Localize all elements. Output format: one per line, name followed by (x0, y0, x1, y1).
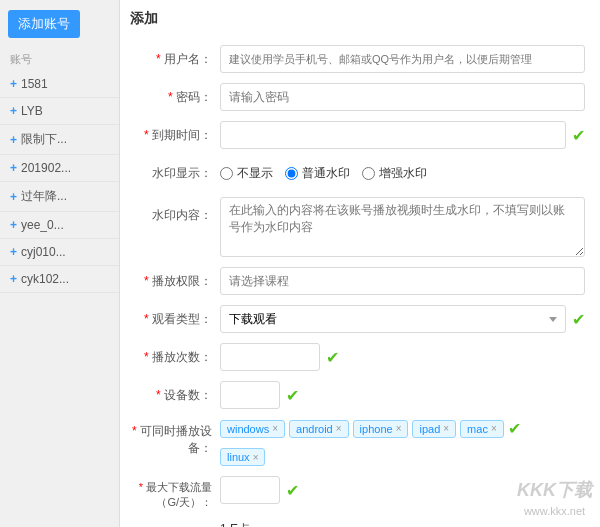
sidebar-item-yee0[interactable]: + yee_0... (0, 212, 119, 239)
tag-mac-label: mac (467, 423, 488, 435)
concurrent-tags-container: windows × android × iphone × ipad × (220, 419, 585, 438)
password-input[interactable] (220, 83, 585, 111)
sidebar-item-label: cyk102... (21, 272, 69, 286)
play-count-input[interactable]: 20000 (220, 343, 320, 371)
tag-iphone-label: iphone (360, 423, 393, 435)
plus-icon: + (10, 218, 17, 232)
device-count-check-icon: ✔ (286, 386, 299, 405)
sidebar-item-label: 限制下... (21, 131, 67, 148)
device-count-input[interactable]: 1 (220, 381, 280, 409)
password-label: * 密码： (130, 83, 220, 111)
expire-label: * 到期时间： (130, 121, 220, 149)
plus-icon: + (10, 77, 17, 91)
deduct-label: 零扣除E点： (130, 521, 220, 527)
watermark-radio-enhanced[interactable] (362, 167, 375, 180)
watermark-radio-group: 不显示 普通水印 增强水印 (220, 159, 427, 187)
plus-icon: + (10, 245, 17, 259)
concurrent-check-icon: ✔ (508, 419, 521, 438)
max-download-check-icon: ✔ (286, 481, 299, 500)
deduct-row: 零扣除E点： 1 E点 (130, 521, 585, 527)
watermark-radio-none[interactable] (220, 167, 233, 180)
required-mark: * (144, 312, 149, 326)
sidebar-header: 账号 (0, 48, 119, 71)
tag-mac: mac × (460, 420, 504, 438)
tag-linux-close[interactable]: × (253, 452, 259, 463)
tag-android: android × (289, 420, 349, 438)
tag-iphone: iphone × (353, 420, 409, 438)
plus-icon: + (10, 133, 17, 147)
watch-type-select[interactable]: 下载观看 在线观看 (220, 305, 566, 333)
required-mark: * (156, 52, 161, 66)
expire-check-icon: ✔ (572, 126, 585, 145)
play-count-wrapper: 20000 ✔ (220, 343, 585, 371)
watermark-normal-label: 普通水印 (302, 159, 350, 187)
tag-mac-close[interactable]: × (491, 423, 497, 434)
sidebar: 添加账号 账号 + 1581 + LYB + 限制下... + 201902..… (0, 0, 120, 527)
tag-iphone-close[interactable]: × (396, 423, 402, 434)
tag-windows: windows × (220, 420, 285, 438)
watermark-content-label: 水印内容： (130, 197, 220, 229)
required-mark: * (144, 350, 149, 364)
watch-type-check-icon: ✔ (572, 310, 585, 329)
add-account-button[interactable]: 添加账号 (8, 10, 80, 38)
kkx-logo: KKK下载 (517, 478, 592, 503)
required-mark: * (168, 90, 173, 104)
kkx-watermark: KKK下载 www.kkx.net (517, 478, 592, 519)
sidebar-item-label: LYB (21, 104, 43, 118)
watermark-content-row: 水印内容： (130, 197, 585, 257)
sidebar-item-newyear[interactable]: + 过年降... (0, 182, 119, 212)
plus-icon: + (10, 190, 17, 204)
sidebar-item-201902[interactable]: + 201902... (0, 155, 119, 182)
expire-input[interactable]: 2022-03-04 18:00:2钟 (220, 121, 566, 149)
sidebar-item-label: 过年降... (21, 188, 67, 205)
required-mark: * (144, 128, 149, 142)
watch-type-label: * 观看类型： (130, 305, 220, 333)
expire-field-wrapper: 2022-03-04 18:00:2钟 ✔ (220, 121, 585, 149)
watch-type-wrapper: 下载观看 在线观看 ✔ (220, 305, 585, 333)
tag-linux-label: linux (227, 451, 250, 463)
plus-icon: + (10, 161, 17, 175)
play-rights-label: * 播放权限： (130, 267, 220, 295)
tag-android-close[interactable]: × (336, 423, 342, 434)
watermark-option-none[interactable]: 不显示 (220, 159, 273, 187)
expire-row: * 到期时间： 2022-03-04 18:00:2钟 ✔ (130, 121, 585, 149)
play-rights-input[interactable] (220, 267, 585, 295)
watermark-option-normal[interactable]: 普通水印 (285, 159, 350, 187)
watermark-display-label: 水印显示： (130, 159, 220, 187)
watermark-enhanced-label: 增强水印 (379, 159, 427, 187)
watermark-display-row: 水印显示： 不显示 普通水印 增强水印 (130, 159, 585, 187)
tag-ipad-close[interactable]: × (443, 423, 449, 434)
username-label: * 用户名： (130, 45, 220, 73)
form-title: 添加 (130, 10, 585, 33)
sidebar-item-cyj010[interactable]: + cyj010... (0, 239, 119, 266)
sidebar-item-lyb[interactable]: + LYB (0, 98, 119, 125)
sidebar-item-limit[interactable]: + 限制下... (0, 125, 119, 155)
watermark-none-label: 不显示 (237, 159, 273, 187)
sidebar-item-1581[interactable]: + 1581 (0, 71, 119, 98)
password-row: * 密码： (130, 83, 585, 111)
required-mark: * (144, 274, 149, 288)
tag-linux: linux × (220, 448, 265, 466)
watermark-radio-normal[interactable] (285, 167, 298, 180)
max-download-input[interactable]: 2 (220, 476, 280, 504)
tag-ipad: ipad × (412, 420, 456, 438)
username-input[interactable] (220, 45, 585, 73)
watermark-content-textarea[interactable] (220, 197, 585, 257)
watch-type-row: * 观看类型： 下载观看 在线观看 ✔ (130, 305, 585, 333)
sidebar-item-label: yee_0... (21, 218, 64, 232)
sidebar-item-cyk102[interactable]: + cyk102... (0, 266, 119, 293)
kkx-url: www.kkx.net (517, 504, 592, 519)
tag-windows-close[interactable]: × (272, 423, 278, 434)
concurrent-row: * 可同时播放设备： windows × android × iphone × (130, 419, 585, 466)
tag-android-label: android (296, 423, 333, 435)
watermark-option-enhanced[interactable]: 增强水印 (362, 159, 427, 187)
deduct-value: 1 E点 (220, 521, 250, 527)
password-field-wrapper (220, 83, 585, 111)
required-mark: * (132, 424, 137, 438)
watermark-display-wrapper: 不显示 普通水印 增强水印 (220, 159, 585, 187)
play-count-label: * 播放次数： (130, 343, 220, 371)
play-rights-wrapper (220, 267, 585, 295)
plus-icon: + (10, 104, 17, 118)
play-count-row: * 播放次数： 20000 ✔ (130, 343, 585, 371)
username-field-wrapper (220, 45, 585, 73)
